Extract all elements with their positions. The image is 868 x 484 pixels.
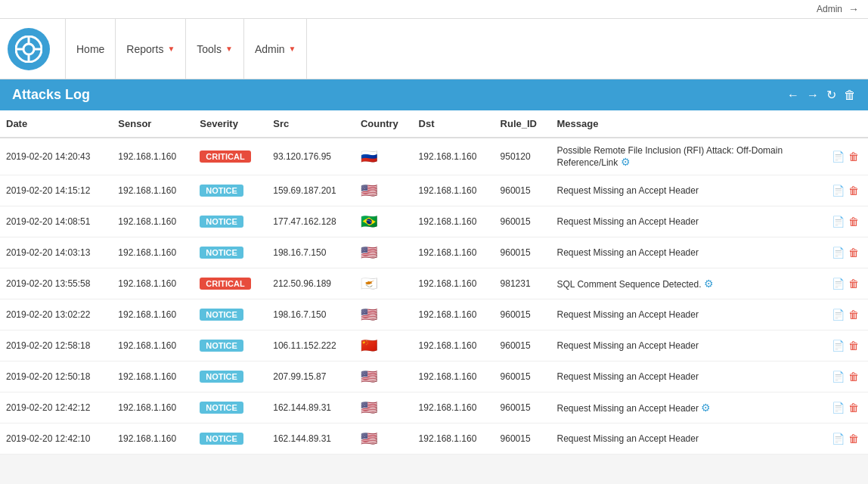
view-button[interactable]: 📄: [832, 433, 845, 445]
view-button[interactable]: 📄: [832, 185, 845, 197]
row-delete-button[interactable]: 🗑: [848, 371, 859, 383]
cell-date: 2019-02-20 14:03:13: [0, 237, 112, 268]
view-button[interactable]: 📄: [832, 216, 845, 228]
cell-dst: 192.168.1.160: [413, 138, 494, 175]
info-icon[interactable]: ⚙: [621, 156, 631, 168]
row-delete-button[interactable]: 🗑: [848, 433, 859, 445]
top-bar: Admin →: [0, 0, 868, 19]
table-row: 2019-02-20 14:20:43 192.168.1.160 CRITIC…: [0, 138, 868, 175]
row-delete-button[interactable]: 🗑: [848, 247, 859, 259]
table-row: 2019-02-20 12:42:10 192.168.1.160 NOTICE…: [0, 424, 868, 455]
table-row: 2019-02-20 13:02:22 192.168.1.160 NOTICE…: [0, 299, 868, 330]
admin-caret: ▼: [289, 45, 296, 53]
cell-message: Request Missing an Accept Header: [551, 175, 815, 206]
cell-date: 2019-02-20 12:50:18: [0, 361, 112, 392]
cell-message: Request Missing an Accept Header: [551, 206, 815, 237]
row-delete-button[interactable]: 🗑: [848, 278, 859, 290]
cell-src: 207.99.15.87: [267, 361, 355, 392]
cell-country: 🇺🇸: [355, 299, 413, 330]
country-flag: 🇺🇸: [361, 183, 377, 198]
view-button[interactable]: 📄: [832, 309, 845, 321]
info-icon[interactable]: ⚙: [701, 402, 711, 414]
cell-src: 198.16.7.150: [267, 237, 355, 268]
cell-sensor: 192.168.1.160: [112, 206, 194, 237]
section-title: Attacks Log: [12, 87, 90, 103]
severity-badge: NOTICE: [200, 216, 243, 228]
col-country: Country: [355, 110, 413, 138]
view-button[interactable]: 📄: [832, 247, 845, 259]
col-src: Src: [267, 110, 355, 138]
cell-country: 🇨🇳: [355, 330, 413, 361]
cell-dst: 192.168.1.160: [413, 361, 494, 392]
row-delete-button[interactable]: 🗑: [848, 150, 859, 163]
cell-src: 162.144.89.31: [267, 424, 355, 455]
nav-links: Home Reports ▼ Tools ▼ Admin ▼: [65, 19, 307, 79]
cell-dst: 192.168.1.160: [413, 268, 494, 299]
cell-sensor: 192.168.1.160: [112, 392, 194, 424]
view-button[interactable]: 📄: [832, 402, 845, 414]
row-delete-button[interactable]: 🗑: [848, 185, 859, 197]
row-delete-button[interactable]: 🗑: [848, 309, 859, 321]
nav-admin[interactable]: Admin ▼: [244, 19, 308, 79]
admin-label: Admin: [817, 4, 842, 14]
cell-message: Request Missing an Accept Header: [551, 237, 815, 268]
view-button[interactable]: 📄: [832, 371, 845, 383]
row-delete-button[interactable]: 🗑: [848, 216, 859, 228]
table-row: 2019-02-20 12:42:12 192.168.1.160 NOTICE…: [0, 392, 868, 424]
view-button[interactable]: 📄: [832, 150, 845, 163]
svg-point-1: [23, 44, 34, 54]
nav-tools[interactable]: Tools ▼: [186, 19, 244, 79]
country-flag: 🇺🇸: [361, 431, 377, 446]
prev-button[interactable]: ←: [787, 88, 799, 102]
cell-dst: 192.168.1.160: [413, 424, 494, 455]
cell-dst: 192.168.1.160: [413, 299, 494, 330]
cell-date: 2019-02-20 14:20:43: [0, 138, 112, 175]
col-actions: [815, 110, 868, 138]
cell-severity: NOTICE: [194, 424, 267, 455]
cell-severity: NOTICE: [194, 361, 267, 392]
cell-message: Possible Remote File Inclusion (RFI) Att…: [551, 138, 815, 175]
cell-actions: 📄 🗑: [815, 237, 868, 268]
country-flag: 🇷🇺: [361, 149, 377, 164]
country-flag: 🇺🇸: [361, 369, 377, 384]
severity-badge: NOTICE: [200, 402, 243, 414]
next-button[interactable]: →: [807, 88, 819, 102]
table-row: 2019-02-20 13:55:58 192.168.1.160 CRITIC…: [0, 268, 868, 299]
cell-message: Request Missing an Accept Header: [551, 424, 815, 455]
cell-country: 🇺🇸: [355, 175, 413, 206]
cell-message: SQL Comment Sequence Detected. ⚙: [551, 268, 815, 299]
cell-rule-id: 960015: [494, 424, 551, 455]
cell-country: 🇺🇸: [355, 392, 413, 424]
row-delete-button[interactable]: 🗑: [848, 402, 859, 414]
refresh-button[interactable]: ↻: [826, 88, 836, 102]
severity-badge: NOTICE: [200, 185, 243, 197]
cell-actions: 📄 🗑: [815, 138, 868, 175]
cell-country: 🇺🇸: [355, 361, 413, 392]
col-dst: Dst: [413, 110, 494, 138]
view-button[interactable]: 📄: [832, 278, 845, 290]
cell-sensor: 192.168.1.160: [112, 237, 194, 268]
nav-home[interactable]: Home: [65, 19, 116, 79]
cell-rule-id: 960015: [494, 299, 551, 330]
reports-caret: ▼: [167, 45, 175, 53]
cell-country: 🇨🇾: [355, 268, 413, 299]
cell-actions: 📄 🗑: [815, 175, 868, 206]
info-icon[interactable]: ⚙: [704, 278, 714, 290]
cell-sensor: 192.168.1.160: [112, 138, 194, 175]
cell-message: Request Missing an Accept Header: [551, 361, 815, 392]
logout-icon[interactable]: →: [848, 3, 859, 15]
cell-date: 2019-02-20 12:58:18: [0, 330, 112, 361]
delete-all-button[interactable]: 🗑: [844, 88, 856, 102]
table-header-row: Date Sensor Severity Src Country Dst Rul…: [0, 110, 868, 138]
cell-rule-id: 960015: [494, 237, 551, 268]
table-row: 2019-02-20 14:15:12 192.168.1.160 NOTICE…: [0, 175, 868, 206]
severity-badge: NOTICE: [200, 247, 243, 259]
country-flag: 🇨🇾: [361, 276, 377, 291]
cell-severity: NOTICE: [194, 330, 267, 361]
cell-rule-id: 950120: [494, 138, 551, 175]
country-flag: 🇨🇳: [361, 338, 377, 353]
view-button[interactable]: 📄: [832, 340, 845, 352]
cell-src: 212.50.96.189: [267, 268, 355, 299]
row-delete-button[interactable]: 🗑: [848, 340, 859, 352]
nav-reports[interactable]: Reports ▼: [116, 19, 186, 79]
